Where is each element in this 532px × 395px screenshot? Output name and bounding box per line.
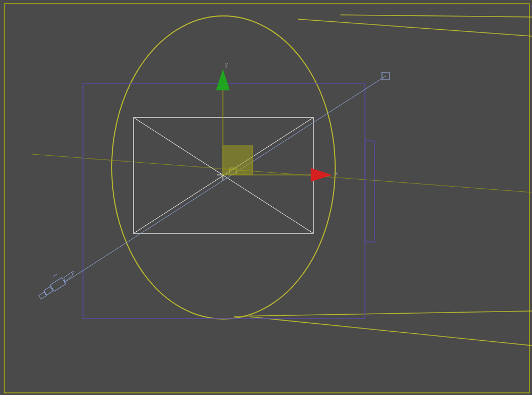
svg-line-8	[53, 274, 57, 276]
light-cone-edge	[340, 15, 532, 17]
svg-rect-5	[50, 278, 65, 291]
object-bounding-box[interactable]	[83, 83, 365, 318]
gizmo-xy-plane[interactable]	[223, 146, 253, 175]
gizmo-x-arrowhead[interactable]	[311, 168, 332, 182]
gizmo-y-arrowhead[interactable]	[216, 69, 230, 90]
light-cone-edge	[298, 19, 532, 36]
light-cone-edge	[250, 317, 532, 346]
camera-icon[interactable]	[39, 271, 73, 299]
light-axis-line	[32, 154, 532, 192]
3d-viewport[interactable]: y x	[0, 0, 532, 395]
transform-gizmo[interactable]	[216, 69, 332, 182]
light-cone-edge	[234, 311, 532, 316]
gizmo-y-label: y	[225, 62, 228, 68]
object-detail	[365, 141, 375, 242]
viewport-canvas[interactable]	[0, 0, 532, 395]
gizmo-x-label: x	[335, 170, 338, 176]
camera-frame[interactable]	[134, 117, 313, 233]
